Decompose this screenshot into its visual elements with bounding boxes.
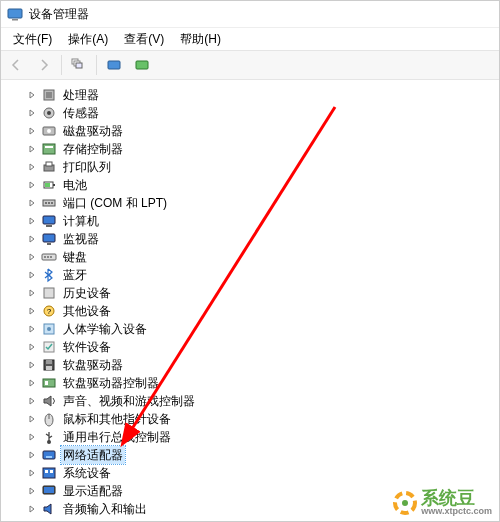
- device-tree[interactable]: 处理器传感器磁盘驱动器存储控制器打印队列电池端口 (COM 和 LPT)计算机监…: [1, 80, 499, 522]
- tree-item-label: 打印队列: [61, 158, 113, 176]
- sensor-icon: [41, 105, 57, 121]
- expander-icon[interactable]: [25, 142, 39, 156]
- tree-item-label: 软盘驱动器: [61, 356, 125, 374]
- expander-icon[interactable]: [25, 358, 39, 372]
- svg-rect-49: [45, 470, 48, 473]
- svg-rect-5: [108, 61, 120, 69]
- expander-icon[interactable]: [25, 178, 39, 192]
- battery-icon: [41, 177, 57, 193]
- svg-rect-1: [12, 19, 18, 21]
- svg-rect-6: [136, 61, 148, 69]
- tree-item-label: 声音、视频和游戏控制器: [61, 392, 197, 410]
- tree-item[interactable]: 软盘驱动器控制器: [7, 374, 497, 392]
- tree-item[interactable]: 磁盘驱动器: [7, 122, 497, 140]
- menu-action[interactable]: 操作(A): [60, 29, 116, 50]
- tree-item[interactable]: 电池: [7, 176, 497, 194]
- svg-rect-27: [47, 243, 51, 245]
- expander-icon[interactable]: [25, 412, 39, 426]
- svg-rect-41: [43, 379, 55, 387]
- properties-button[interactable]: [129, 52, 155, 78]
- menu-file[interactable]: 文件(F): [5, 29, 60, 50]
- tree-item-label: 其他设备: [61, 302, 113, 320]
- bluetooth-icon: [41, 267, 57, 283]
- tree-item[interactable]: 系统设备: [7, 464, 497, 482]
- expander-icon[interactable]: [25, 502, 39, 516]
- expander-icon[interactable]: [25, 376, 39, 390]
- system-icon: [41, 465, 57, 481]
- menu-help[interactable]: 帮助(H): [172, 29, 229, 50]
- monitor-icon: [41, 231, 57, 247]
- toolbar: [1, 50, 499, 80]
- svg-point-21: [45, 202, 47, 204]
- expander-icon[interactable]: [25, 286, 39, 300]
- expander-icon[interactable]: [25, 340, 39, 354]
- tree-item-label: 音频输入和输出: [61, 500, 149, 518]
- refresh-button[interactable]: [101, 52, 127, 78]
- watermark: 系统豆 www.xtpctc.com: [393, 489, 492, 516]
- expander-icon[interactable]: [25, 484, 39, 498]
- disk-icon: [41, 123, 57, 139]
- expander-icon[interactable]: [25, 214, 39, 228]
- expander-icon[interactable]: [25, 88, 39, 102]
- svg-rect-48: [43, 468, 55, 478]
- tree-item-label: 蓝牙: [61, 266, 89, 284]
- keyboard-icon: [41, 249, 57, 265]
- svg-rect-47: [46, 456, 52, 458]
- expander-icon[interactable]: [25, 160, 39, 174]
- menubar: 文件(F) 操作(A) 查看(V) 帮助(H): [1, 28, 499, 50]
- expander-icon[interactable]: [25, 304, 39, 318]
- tree-item-label: 历史设备: [61, 284, 113, 302]
- tree-item[interactable]: 端口 (COM 和 LPT): [7, 194, 497, 212]
- svg-rect-14: [45, 146, 53, 148]
- tree-item[interactable]: 网络适配器: [7, 446, 497, 464]
- tree-item-label: 系统设备: [61, 464, 113, 482]
- tree-item[interactable]: 存储控制器: [7, 140, 497, 158]
- other-icon: ?: [41, 303, 57, 319]
- expander-icon[interactable]: [25, 232, 39, 246]
- tree-item[interactable]: 蓝牙: [7, 266, 497, 284]
- tree-item[interactable]: 通用串行总线控制器: [7, 428, 497, 446]
- tree-item-label: 磁盘驱动器: [61, 122, 125, 140]
- expander-icon[interactable]: [25, 196, 39, 210]
- tree-item[interactable]: 鼠标和其他指针设备: [7, 410, 497, 428]
- tree-item[interactable]: 软件设备: [7, 338, 497, 356]
- expander-icon[interactable]: [25, 106, 39, 120]
- expander-icon[interactable]: [25, 448, 39, 462]
- tree-item[interactable]: ?其他设备: [7, 302, 497, 320]
- tree-item[interactable]: 计算机: [7, 212, 497, 230]
- mouse-icon: [41, 411, 57, 427]
- svg-rect-40: [46, 366, 52, 370]
- port-icon: [41, 195, 57, 211]
- expander-icon[interactable]: [25, 430, 39, 444]
- expander-icon[interactable]: [25, 124, 39, 138]
- show-hidden-button[interactable]: [66, 52, 92, 78]
- computer-icon: [41, 213, 57, 229]
- tree-item[interactable]: 传感器: [7, 104, 497, 122]
- tree-item[interactable]: 声音、视频和游戏控制器: [7, 392, 497, 410]
- tree-item-label: 传感器: [61, 104, 101, 122]
- tree-item[interactable]: 打印队列: [7, 158, 497, 176]
- back-button[interactable]: [3, 52, 29, 78]
- hid-icon: [41, 321, 57, 337]
- tree-item[interactable]: 人体学输入设备: [7, 320, 497, 338]
- tree-item[interactable]: 键盘: [7, 248, 497, 266]
- tree-item[interactable]: 处理器: [7, 86, 497, 104]
- svg-rect-52: [44, 487, 54, 493]
- expander-icon[interactable]: [25, 466, 39, 480]
- expander-icon[interactable]: [25, 268, 39, 282]
- tree-item-label: 监视器: [61, 230, 101, 248]
- svg-rect-0: [8, 9, 22, 18]
- tree-item-label: 人体学输入设备: [61, 320, 149, 338]
- forward-button[interactable]: [31, 52, 57, 78]
- svg-rect-30: [47, 256, 49, 258]
- menu-view[interactable]: 查看(V): [116, 29, 172, 50]
- tree-item[interactable]: 软盘驱动器: [7, 356, 497, 374]
- tree-item-label: 端口 (COM 和 LPT): [61, 194, 169, 212]
- expander-icon[interactable]: [25, 322, 39, 336]
- expander-icon[interactable]: [25, 250, 39, 264]
- device-manager-window: 设备管理器 文件(F) 操作(A) 查看(V) 帮助(H): [0, 0, 500, 522]
- tree-item[interactable]: 监视器: [7, 230, 497, 248]
- expander-icon[interactable]: [25, 394, 39, 408]
- svg-rect-16: [46, 162, 52, 166]
- tree-item[interactable]: 历史设备: [7, 284, 497, 302]
